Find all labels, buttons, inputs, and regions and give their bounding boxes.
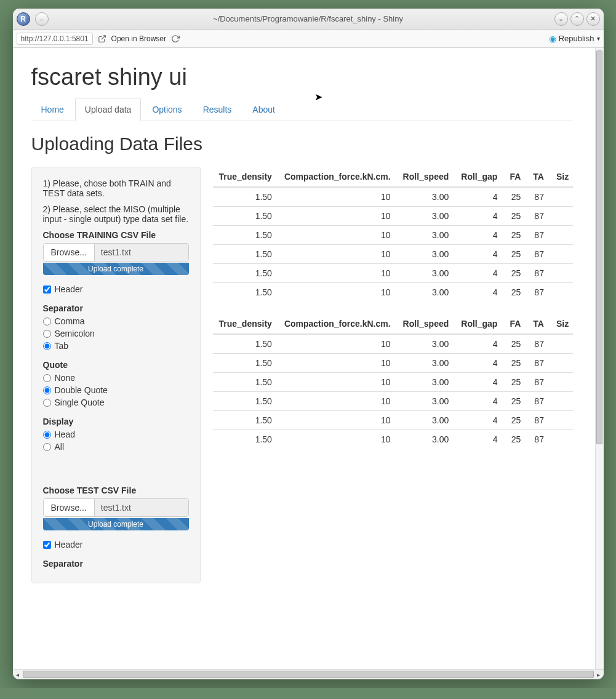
separator-radio[interactable] (43, 342, 51, 350)
test-file-name: test1.txt (95, 499, 188, 516)
scrollbar-thumb[interactable] (596, 50, 602, 444)
quote-radio[interactable] (43, 386, 51, 394)
table-cell: 10 (278, 354, 397, 373)
separator-label: Separator (43, 303, 189, 313)
h-scrollbar-thumb[interactable] (23, 671, 594, 678)
train-header-checkbox[interactable]: Header (43, 284, 189, 294)
train-file-label: Choose TRAINING CSV File (43, 230, 189, 240)
table-cell: 25 (503, 334, 527, 354)
test-header-input[interactable] (43, 541, 51, 549)
table-cell: 10 (278, 392, 397, 411)
table-cell: 3.00 (397, 187, 455, 207)
refresh-icon[interactable] (170, 33, 181, 44)
tab-about[interactable]: About (242, 98, 285, 121)
scroll-left-icon[interactable]: ◂ (13, 670, 23, 679)
quote-radio[interactable] (43, 399, 51, 407)
table-row: 1.50103.0042587 (213, 392, 573, 411)
quote-option-none[interactable]: None (43, 373, 189, 383)
table-cell: 87 (527, 411, 550, 430)
horizontal-scrollbar[interactable]: ◂ ▸ (13, 669, 604, 679)
table-cell: 25 (503, 354, 527, 373)
svg-line-0 (101, 35, 105, 39)
display-option-head[interactable]: Head (43, 429, 189, 439)
table-cell: 4 (455, 373, 503, 392)
separator-option-semicolon[interactable]: Semicolon (43, 329, 189, 338)
display-label: Display (43, 417, 189, 426)
chevron-down-icon: ▾ (597, 35, 600, 42)
table-row: 1.50103.0042587 (213, 187, 573, 207)
tab-results[interactable]: Results (193, 98, 242, 121)
table-cell: 87 (527, 283, 550, 302)
content-area: ➤ fscaret shiny ui HomeUpload dataOption… (13, 48, 604, 669)
table-cell: 1.50 (213, 187, 278, 207)
table-cell: 25 (503, 430, 527, 449)
republish-label: Republish (559, 34, 594, 43)
quote-option-single-quote[interactable]: Single Quote (43, 397, 189, 407)
separator-radio[interactable] (43, 330, 51, 338)
popout-icon[interactable] (97, 33, 108, 44)
scroll-right-icon[interactable]: ▸ (594, 670, 604, 679)
instruction-1: 1) Please, chose both TRAIN and TEST dat… (43, 178, 189, 198)
data-table-2: True_densityCompaction_force.kN.cm.Roll_… (213, 314, 573, 449)
table-cell: 87 (527, 226, 550, 245)
table-cell: 1.50 (213, 207, 278, 226)
display-radio[interactable] (43, 443, 51, 451)
window-title: ~/Documents/Programowanie/R/fscaret_shin… (13, 14, 604, 23)
section-heading: Uploading Data Files (31, 134, 573, 154)
table-cell: 87 (527, 264, 550, 283)
quote-radio[interactable] (43, 374, 51, 382)
train-header-input[interactable] (43, 286, 51, 294)
display-radio[interactable] (43, 431, 51, 439)
table-cell: 4 (455, 354, 503, 373)
republish-button[interactable]: ◉ Republish ▾ (549, 34, 600, 44)
table-cell: 87 (527, 334, 550, 354)
table-row: 1.50103.0042587 (213, 264, 573, 283)
table-cell: 87 (527, 392, 550, 411)
open-in-browser-link[interactable]: Open in Browser (111, 34, 166, 43)
table-cell: 3.00 (397, 226, 455, 245)
table-cell: 10 (278, 430, 397, 449)
table-cell: 87 (527, 430, 550, 449)
table-cell: 25 (503, 226, 527, 245)
test-separator-label: Separator (43, 559, 189, 569)
tab-home[interactable]: Home (31, 98, 74, 121)
table-row: 1.50103.0042587 (213, 411, 573, 430)
test-header-checkbox[interactable]: Header (43, 540, 189, 549)
quote-group: Quote NoneDouble QuoteSingle Quote (43, 360, 189, 407)
quote-label: Quote (43, 360, 189, 370)
test-browse-button[interactable]: Browse... (44, 499, 95, 516)
display-option-all[interactable]: All (43, 442, 189, 452)
table-cell: 25 (503, 207, 527, 226)
table-cell: 4 (455, 283, 503, 302)
maximize-icon[interactable]: ⌃ (570, 12, 584, 26)
table-cell: 1.50 (213, 354, 278, 373)
table-cell: 4 (455, 264, 503, 283)
separator-option-label: Comma (55, 316, 85, 326)
column-header: True_density (213, 167, 278, 187)
table-cell: 4 (455, 430, 503, 449)
column-header: TA (527, 314, 550, 334)
tab-options[interactable]: Options (142, 98, 191, 121)
separator-option-comma[interactable]: Comma (43, 316, 189, 326)
separator-option-tab[interactable]: Tab (43, 341, 189, 351)
vertical-scrollbar[interactable] (595, 48, 604, 669)
table-cell: 87 (527, 207, 550, 226)
data-table-1: True_densityCompaction_force.kN.cm.Roll_… (213, 167, 573, 302)
table-cell: 25 (503, 264, 527, 283)
table-cell: 10 (278, 207, 397, 226)
url-field[interactable]: http://127.0.0.1:5801 (17, 33, 93, 45)
close-icon[interactable]: ✕ (586, 12, 600, 26)
table-cell: 10 (278, 264, 397, 283)
titlebar-button[interactable]: – (35, 12, 49, 26)
train-progress: Upload complete (43, 263, 189, 275)
tab-upload-data[interactable]: Upload data (75, 98, 142, 121)
table-cell: 1.50 (213, 334, 278, 354)
train-browse-button[interactable]: Browse... (44, 244, 95, 261)
column-header: Roll_speed (397, 167, 455, 187)
minimize-icon[interactable]: ⌄ (554, 12, 568, 26)
table-cell: 1.50 (213, 283, 278, 302)
separator-radio[interactable] (43, 318, 51, 326)
table-row: 1.50103.0042587 (213, 430, 573, 449)
quote-option-double-quote[interactable]: Double Quote (43, 385, 189, 395)
column-header: FA (503, 314, 527, 334)
